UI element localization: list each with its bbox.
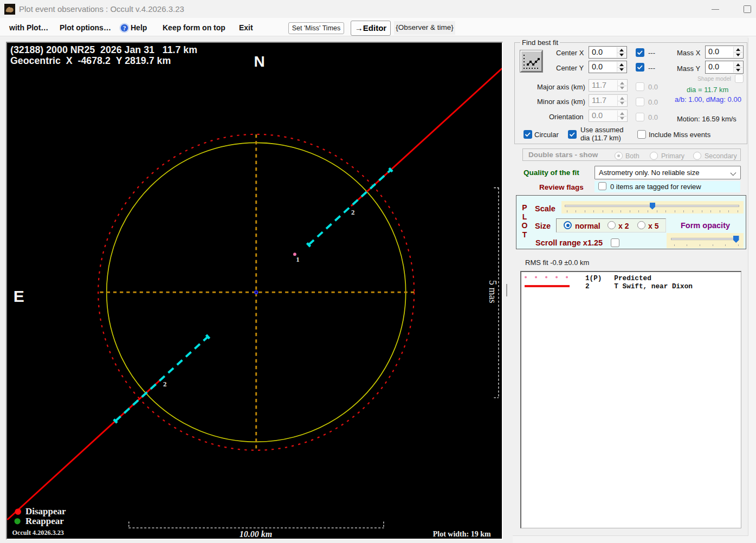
svg-text:Reappear: Reappear [25, 516, 64, 526]
svg-text:?: ? [123, 25, 126, 31]
svg-text:(32188) 2000 NR25 2026 Jan 31: (32188) 2000 NR25 2026 Jan 31 11.7 km [10, 44, 197, 55]
svg-text:N: N [254, 53, 265, 70]
svg-text:E: E [14, 287, 24, 305]
svg-text:Plot width: 19 km: Plot width: 19 km [433, 530, 491, 538]
svg-text:1(P) Predicted: 1(P) Predicted [585, 274, 651, 282]
svg-text:Occult 4.2026.3.23: Occult 4.2026.3.23 [12, 529, 64, 536]
svg-text:1: 1 [296, 255, 300, 263]
svg-text:5 mas: 5 mas [487, 280, 498, 303]
svg-text:2 T Swift, near Dixon: 2 T Swift, near Dixon [585, 282, 693, 290]
svg-text:2: 2 [163, 380, 167, 388]
svg-text:Disappear: Disappear [25, 506, 66, 516]
svg-text:10.00 km: 10.00 km [240, 529, 272, 539]
svg-text:Geocentric X -4678.2 Y 2819: Geocentric X -4678.2 Y 2819.7 km [10, 55, 171, 66]
svg-text:2: 2 [351, 208, 355, 216]
